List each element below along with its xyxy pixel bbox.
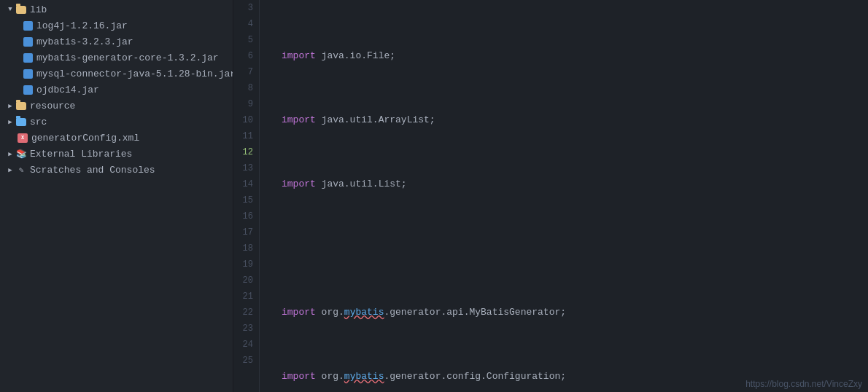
line-num-8: 8 <box>236 80 253 96</box>
line-num-16: 16 <box>236 208 253 224</box>
code-line-6 <box>267 240 868 256</box>
sidebar-item-label: lib <box>30 4 47 15</box>
line-num-5: 5 <box>236 32 253 48</box>
line-numbers: 3 4 5 6 7 8 9 10 11 12 13 14 15 16 17 18… <box>233 0 260 392</box>
line-num-24: 24 <box>236 337 253 353</box>
collapse-arrow: ▶ <box>6 117 15 126</box>
folder-icon <box>16 102 26 110</box>
mybatis-ref: mybatis <box>344 305 384 321</box>
sidebar-item-label: mybatis-generator-core-1.3.2.jar <box>36 52 219 63</box>
jar-icon <box>23 53 33 63</box>
line-num-21: 21 <box>236 289 253 305</box>
line-num-13: 13 <box>236 160 253 176</box>
line-num-25: 25 <box>236 353 253 369</box>
line-num-23: 23 <box>236 321 253 337</box>
line-num-14: 14 <box>236 176 253 192</box>
line-num-3: 3 <box>236 0 253 16</box>
watermark: https://blog.csdn.net/VinceZxy <box>745 379 862 389</box>
folder-icon <box>16 6 26 14</box>
line-num-11: 11 <box>236 128 253 144</box>
sidebar-item-generator-config[interactable]: X generatorConfig.xml <box>0 130 233 146</box>
sidebar-item-label: log4j-1.2.16.jar <box>36 20 128 31</box>
code-content[interactable]: import java.io.File; import java.util.Ar… <box>260 0 868 392</box>
mybatis-ref: mybatis <box>344 369 384 385</box>
line-num-20: 20 <box>236 273 253 289</box>
jar-icon <box>23 21 33 31</box>
sidebar-item-log4j[interactable]: log4j-1.2.16.jar <box>0 17 233 34</box>
library-icon: 📚 <box>16 149 26 159</box>
code-line-4: import java.util.ArrayList; <box>267 112 868 128</box>
collapse-arrow: ▼ <box>6 5 15 14</box>
sidebar-item-lib[interactable]: ▼ lib <box>0 1 233 17</box>
line-num-17: 17 <box>236 224 253 240</box>
line-num-6: 6 <box>236 48 253 64</box>
collapse-arrow: ▶ <box>6 149 15 158</box>
line-num-19: 19 <box>236 256 253 273</box>
code-editor: 3 4 5 6 7 8 9 10 11 12 13 14 15 16 17 18… <box>233 0 868 392</box>
sidebar-item-label: mysql-connector-java-5.1.28-bin.jar <box>36 68 233 79</box>
sidebar: ▼ lib log4j-1.2.16.jar mybatis-3.2.3.jar… <box>0 0 233 392</box>
sidebar-item-resource[interactable]: ▶ resource <box>0 98 233 114</box>
collapse-arrow: ▶ <box>6 101 15 110</box>
src-folder-icon <box>16 118 26 126</box>
xml-icon: X <box>18 133 28 143</box>
sidebar-item-label: src <box>30 117 47 128</box>
sidebar-item-label: External Libraries <box>30 149 132 160</box>
sidebar-item-ojdbc[interactable]: ojdbc14.jar <box>0 82 233 98</box>
code-line-3: import java.io.File; <box>267 48 868 64</box>
sidebar-item-mybatis[interactable]: mybatis-3.2.3.jar <box>0 34 233 50</box>
jar-icon <box>23 69 33 79</box>
sidebar-item-label: ojdbc14.jar <box>36 85 99 95</box>
line-num-9: 9 <box>236 96 253 112</box>
sidebar-item-mybatis-gen[interactable]: mybatis-generator-core-1.3.2.jar <box>0 50 233 66</box>
code-line-5: import java.util.List; <box>267 176 868 192</box>
line-num-4: 4 <box>236 16 253 32</box>
keyword-import: import <box>282 112 316 128</box>
keyword-import: import <box>282 176 316 192</box>
keyword-import: import <box>282 305 316 321</box>
line-num-22: 22 <box>236 305 253 321</box>
jar-icon <box>23 37 33 47</box>
scratches-icon: ✎ <box>16 165 26 175</box>
sidebar-item-label: resource <box>30 101 75 111</box>
code-line-7: import org.mybatis.generator.api.MyBatis… <box>267 305 868 321</box>
line-num-15: 15 <box>236 192 253 208</box>
sidebar-item-mysql[interactable]: mysql-connector-java-5.1.28-bin.jar <box>0 66 233 82</box>
sidebar-item-label: generatorConfig.xml <box>31 133 139 144</box>
sidebar-item-scratches[interactable]: ▶ ✎ Scratches and Consoles <box>0 162 233 178</box>
line-num-10: 10 <box>236 112 253 128</box>
sidebar-item-external-libs[interactable]: ▶ 📚 External Libraries <box>0 146 233 162</box>
keyword-import: import <box>282 369 316 385</box>
sidebar-item-label: mybatis-3.2.3.jar <box>36 36 133 47</box>
line-num-12: 12 <box>236 144 253 160</box>
sidebar-item-src[interactable]: ▶ src <box>0 114 233 130</box>
collapse-arrow: ▶ <box>6 165 15 174</box>
line-num-18: 18 <box>236 240 253 256</box>
keyword-import: import <box>282 48 316 64</box>
jar-icon <box>23 85 33 95</box>
sidebar-item-label: Scratches and Consoles <box>30 165 155 176</box>
line-num-7: 7 <box>236 64 253 80</box>
